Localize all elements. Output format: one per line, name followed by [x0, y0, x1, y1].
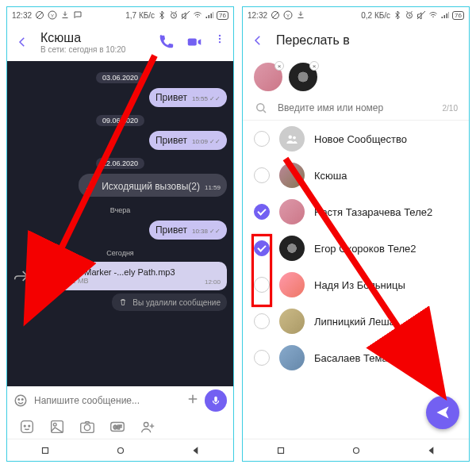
- chat-title-block[interactable]: Ксюша В сети: сегодня в 10:20: [40, 31, 146, 54]
- search-input[interactable]: [276, 102, 435, 114]
- deleted-message: Вы удалили сообщение: [112, 293, 227, 311]
- mute-icon: [416, 10, 426, 20]
- file-message[interactable]: Red Marker -...ely Path.mp3 8.2 MB 12:00: [34, 262, 227, 290]
- android-navbar: [243, 439, 469, 461]
- nav-back[interactable]: [190, 445, 202, 456]
- contact-list[interactable]: Новое Сообщество Ксюша Настя Тазарачева …: [243, 121, 469, 439]
- svg-point-16: [53, 423, 56, 426]
- contact-name: Егор Окороков Теле2: [314, 243, 416, 255]
- gallery-button[interactable]: [48, 418, 66, 435]
- contact-row[interactable]: Егор Окороков Теле2: [243, 230, 469, 267]
- yandex-icon: Y: [48, 10, 57, 20]
- read-ticks-icon: ✓✓: [209, 138, 221, 145]
- svg-point-28: [257, 104, 264, 111]
- message-input[interactable]: [33, 394, 181, 407]
- svg-rect-12: [21, 421, 33, 433]
- contact-row[interactable]: Басалаев Тема: [243, 339, 469, 376]
- wifi-icon: [193, 10, 202, 20]
- forward-title: Переслать в: [276, 33, 350, 48]
- share-icon[interactable]: [13, 268, 29, 284]
- contact-row[interactable]: Новое Сообщество: [243, 121, 469, 157]
- avatar: [279, 236, 305, 261]
- svg-rect-11: [214, 397, 217, 402]
- mic-button[interactable]: [205, 389, 227, 412]
- checkbox[interactable]: [254, 350, 270, 366]
- sent-message[interactable]: Привет 15:55 ✓✓: [149, 88, 227, 107]
- date-chip: Вчера: [13, 201, 227, 216]
- trash-icon: [118, 297, 128, 307]
- remove-chip-icon[interactable]: ×: [274, 61, 284, 71]
- android-navbar: [7, 439, 233, 461]
- checkbox-checked[interactable]: [254, 204, 270, 220]
- signal-icon: [205, 10, 214, 20]
- net-speed: 1,7 КБ/с: [125, 11, 155, 20]
- svg-point-7: [219, 41, 221, 43]
- svg-text:GIF: GIF: [113, 424, 122, 430]
- avatar: [279, 163, 305, 188]
- checkbox[interactable]: [254, 277, 270, 293]
- voice-call-button[interactable]: [157, 33, 175, 51]
- download-icon[interactable]: [40, 267, 60, 286]
- svg-point-18: [84, 424, 90, 430]
- download-icon: [60, 10, 70, 20]
- phone-forward: 12:32 Y 0,2 КБ/с 76 Переслать в × ×: [242, 6, 470, 462]
- contact-name: Надя Из Больницы: [314, 279, 405, 291]
- call-log[interactable]: ↗ Исходящий вызовы(2) 11:59: [79, 174, 227, 197]
- send-fab[interactable]: [426, 396, 459, 429]
- svg-point-13: [24, 425, 25, 427]
- contact-row[interactable]: Настя Тазарачева Теле2: [243, 194, 469, 230]
- nav-back[interactable]: [426, 445, 437, 456]
- back-button[interactable]: [251, 33, 265, 48]
- camera-button[interactable]: [79, 418, 96, 435]
- checkbox[interactable]: [254, 313, 270, 329]
- contact-row[interactable]: Ксюша: [243, 157, 469, 194]
- selected-recipients: × ×: [243, 58, 469, 96]
- checkbox[interactable]: [254, 167, 270, 183]
- nav-recent[interactable]: [40, 445, 51, 456]
- more-button[interactable]: [214, 33, 225, 51]
- search-icon: [254, 101, 268, 115]
- nav-recent[interactable]: [275, 445, 286, 456]
- date-chip: 09.06.2020: [13, 112, 227, 126]
- smiley-icon[interactable]: [13, 393, 28, 408]
- sent-message[interactable]: Привет 10:09 ✓✓: [149, 131, 227, 150]
- call-arrow-icon: ↗: [85, 178, 95, 193]
- attach-toolbar: GIF: [7, 415, 233, 439]
- sent-message[interactable]: Привет 10:38 ✓✓: [149, 221, 227, 240]
- back-button[interactable]: [15, 35, 29, 49]
- contact-row[interactable]: Липницкий Леша: [243, 303, 469, 339]
- avatar: [279, 345, 305, 370]
- selected-chip[interactable]: ×: [289, 63, 317, 91]
- remove-chip-icon[interactable]: ×: [309, 61, 319, 71]
- checkbox[interactable]: [254, 131, 270, 147]
- selected-chip[interactable]: ×: [254, 63, 282, 91]
- silent-icon: [271, 10, 280, 20]
- svg-point-8: [15, 395, 26, 406]
- svg-point-14: [29, 425, 30, 427]
- svg-rect-4: [188, 38, 197, 45]
- plus-button[interactable]: [186, 392, 200, 409]
- checkbox-checked[interactable]: [254, 240, 270, 256]
- svg-point-10: [22, 399, 24, 401]
- bluetooth-icon: [157, 10, 167, 20]
- contact-button[interactable]: [139, 418, 156, 435]
- alarm-icon: [405, 10, 414, 20]
- sticker-button[interactable]: [18, 418, 36, 435]
- gif-button[interactable]: GIF: [109, 418, 126, 435]
- android-status-bar: 12:32 Y 1,7 КБ/с 76: [7, 7, 233, 23]
- svg-point-29: [289, 136, 293, 140]
- nav-home[interactable]: [351, 445, 362, 456]
- video-call-button[interactable]: [186, 33, 203, 51]
- read-ticks-icon: ✓✓: [209, 95, 221, 102]
- chat-body[interactable]: 03.06.2020 Привет 15:55 ✓✓ 09.06.2020 Пр…: [7, 61, 233, 386]
- nav-home[interactable]: [115, 445, 126, 456]
- contact-row[interactable]: Надя Из Больницы: [243, 267, 469, 303]
- mute-icon: [181, 10, 190, 20]
- signal-icon: [440, 10, 450, 20]
- svg-rect-22: [42, 447, 48, 453]
- file-time: 12:00: [205, 278, 221, 286]
- message-icon: [73, 10, 83, 20]
- avatar: [279, 272, 305, 297]
- status-clock: 12:32: [248, 11, 267, 20]
- silent-icon: [35, 10, 44, 20]
